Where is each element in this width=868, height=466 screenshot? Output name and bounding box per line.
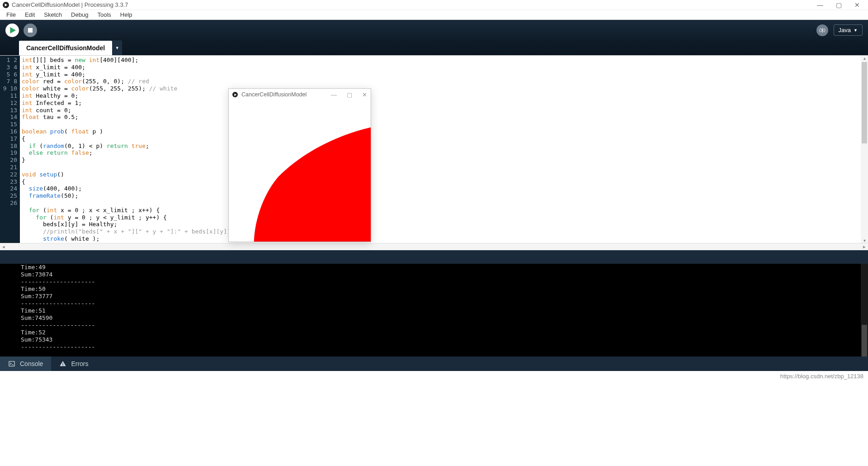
scroll-right-arrow[interactable]: ▸: [861, 244, 868, 250]
code-content[interactable]: int[][] beds = new int[400][400]; int x_…: [20, 56, 861, 243]
minimize-button[interactable]: —: [817, 1, 823, 9]
status-bar: Console Errors: [0, 357, 868, 371]
sketch-maximize-button[interactable]: ▢: [347, 91, 352, 98]
footer-url: https://blog.csdn.net/zbp_12138: [780, 373, 863, 380]
mode-selector[interactable]: Java ▼: [834, 24, 863, 36]
os-titlebar: CancerCellDiffusionModel | Processing 3.…: [0, 0, 868, 10]
butterfly-icon: [819, 27, 826, 34]
scrollbar-thumb[interactable]: [862, 62, 867, 143]
editor-vertical-scrollbar[interactable]: ▴ ▾: [861, 56, 868, 243]
window-controls: — ▢ ✕: [817, 1, 865, 9]
tab-label: CancerCellDiffusionModel: [26, 44, 105, 52]
menubar: File Edit Sketch Debug Tools Help: [0, 10, 868, 20]
console-separator[interactable]: [0, 250, 868, 264]
page-footer: https://blog.csdn.net/zbp_12138: [0, 371, 868, 381]
svg-rect-4: [63, 363, 63, 365]
run-button[interactable]: [5, 24, 19, 37]
menu-edit[interactable]: Edit: [21, 10, 38, 19]
tab-active[interactable]: CancerCellDiffusionModel: [19, 41, 112, 55]
svg-marker-1: [10, 27, 16, 33]
console-icon: [8, 360, 15, 367]
console-vertical-scrollbar[interactable]: [861, 264, 868, 357]
svg-rect-2: [28, 28, 33, 33]
sketch-close-button[interactable]: ✕: [362, 91, 367, 98]
processing-app-icon: [232, 92, 238, 97]
toolbar: Java ▼: [0, 20, 868, 40]
status-tab-console[interactable]: Console: [0, 357, 51, 371]
sketch-titlebar[interactable]: CancerCellDiffusionModel — ▢ ✕: [229, 89, 371, 100]
status-tab-errors[interactable]: Errors: [51, 357, 96, 371]
mode-label: Java: [839, 27, 851, 33]
chevron-down-icon: ▼: [115, 46, 119, 50]
tab-dropdown-button[interactable]: ▼: [112, 40, 122, 55]
sketch-minimize-button[interactable]: —: [331, 91, 337, 98]
code-editor[interactable]: 1 2 3 4 5 6 7 8 9 10 11 12 13 14 15 16 1…: [0, 55, 868, 243]
window-title: CancerCellDiffusionModel | Processing 3.…: [12, 1, 128, 8]
menu-sketch[interactable]: Sketch: [40, 10, 66, 19]
console-panel[interactable]: Time:49 Sum:73074 --------------------- …: [0, 264, 868, 357]
menu-debug[interactable]: Debug: [67, 10, 92, 19]
stop-button[interactable]: [24, 24, 37, 37]
play-icon: [9, 27, 16, 33]
sketch-window-title: CancerCellDiffusionModel: [241, 91, 307, 98]
status-tab-errors-label: Errors: [71, 360, 88, 367]
debug-toggle-button[interactable]: [816, 24, 828, 36]
svg-marker-0: [5, 3, 8, 6]
tab-bar: CancerCellDiffusionModel ▼: [0, 40, 868, 55]
close-button[interactable]: ✕: [854, 1, 860, 9]
chevron-down-icon: ▼: [854, 28, 858, 33]
svg-rect-3: [9, 361, 14, 366]
editor-horizontal-scrollbar[interactable]: ◂ ▸: [0, 243, 868, 250]
svg-rect-5: [63, 365, 63, 366]
menu-tools[interactable]: Tools: [94, 10, 114, 19]
scroll-up-arrow[interactable]: ▴: [861, 56, 868, 61]
stop-icon: [28, 28, 33, 33]
processing-app-icon: [3, 2, 9, 8]
sketch-canvas: [229, 100, 371, 242]
menu-help[interactable]: Help: [117, 10, 136, 19]
sketch-window-controls: — ▢ ✕: [331, 91, 367, 98]
svg-marker-6: [234, 93, 236, 96]
maximize-button[interactable]: ▢: [836, 1, 842, 9]
sketch-run-window[interactable]: CancerCellDiffusionModel — ▢ ✕: [228, 88, 371, 242]
scrollbar-thumb[interactable]: [862, 325, 867, 357]
status-tab-console-label: Console: [20, 360, 43, 367]
menu-file[interactable]: File: [3, 10, 19, 19]
scroll-left-arrow[interactable]: ◂: [0, 244, 7, 250]
console-output: Time:49 Sum:73074 --------------------- …: [21, 264, 868, 351]
line-number-gutter: 1 2 3 4 5 6 7 8 9 10 11 12 13 14 15 16 1…: [0, 56, 20, 243]
scroll-down-arrow[interactable]: ▾: [861, 238, 868, 243]
warning-icon: [59, 360, 66, 367]
scrollbar-track[interactable]: [7, 245, 861, 249]
